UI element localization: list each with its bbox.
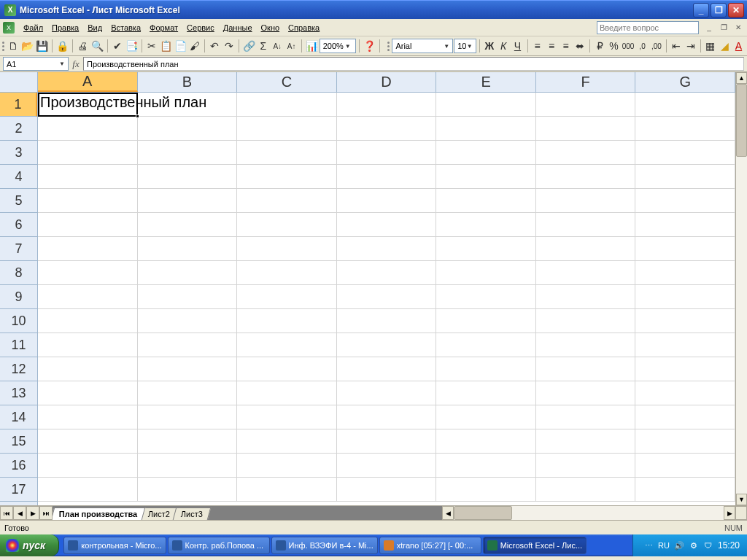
- cell[interactable]: [38, 237, 138, 261]
- italic-button[interactable]: К: [497, 38, 510, 54]
- cell[interactable]: [536, 141, 636, 165]
- spelling-button[interactable]: ✔: [110, 38, 123, 54]
- tray-icon-2[interactable]: 🔊: [674, 540, 684, 551]
- cell[interactable]: [237, 165, 337, 189]
- cell[interactable]: [237, 117, 337, 141]
- cell[interactable]: [237, 189, 337, 213]
- cell[interactable]: [635, 117, 735, 141]
- toolbar-grip-2[interactable]: [387, 38, 390, 54]
- fill-handle[interactable]: [136, 114, 139, 118]
- cell[interactable]: [635, 237, 735, 261]
- cell[interactable]: [38, 381, 138, 405]
- cell[interactable]: [38, 309, 138, 333]
- cell[interactable]: [536, 333, 636, 357]
- cell[interactable]: [635, 285, 735, 309]
- permissions-button[interactable]: 🔒: [55, 38, 69, 54]
- percent-button[interactable]: %: [607, 38, 620, 54]
- font-color-button[interactable]: A: [732, 38, 745, 54]
- cell[interactable]: [38, 357, 138, 381]
- cell[interactable]: [337, 478, 437, 502]
- cell[interactable]: [237, 237, 337, 261]
- cell[interactable]: [635, 165, 735, 189]
- open-button[interactable]: 📂: [20, 38, 34, 54]
- cell[interactable]: [337, 309, 437, 333]
- cell[interactable]: [138, 454, 238, 478]
- row-header-10[interactable]: 10: [0, 309, 37, 333]
- cell[interactable]: [337, 93, 437, 117]
- vscroll-thumb[interactable]: [736, 84, 747, 157]
- row-header-14[interactable]: 14: [0, 405, 37, 429]
- cell[interactable]: [138, 189, 238, 213]
- scroll-left-button[interactable]: ◀: [442, 506, 454, 520]
- help-button[interactable]: ❓: [363, 38, 376, 54]
- cell[interactable]: [436, 213, 536, 237]
- cell[interactable]: [436, 189, 536, 213]
- save-button[interactable]: 💾: [35, 38, 49, 54]
- bold-button[interactable]: Ж: [483, 38, 496, 54]
- cell[interactable]: [536, 381, 636, 405]
- row-header-8[interactable]: 8: [0, 261, 37, 285]
- cell[interactable]: [237, 93, 337, 117]
- cell[interactable]: [635, 213, 735, 237]
- cell[interactable]: [436, 429, 536, 454]
- cell[interactable]: [337, 261, 437, 285]
- cell[interactable]: [138, 261, 238, 285]
- col-header-D[interactable]: D: [337, 72, 437, 92]
- row-header-11[interactable]: 11: [0, 333, 37, 357]
- col-header-E[interactable]: E: [436, 72, 536, 92]
- formula-input[interactable]: Производственный план: [83, 57, 744, 71]
- cell[interactable]: [38, 213, 138, 237]
- cell[interactable]: [38, 141, 138, 165]
- cell[interactable]: [237, 454, 337, 478]
- vertical-scrollbar[interactable]: ▲ ▼: [735, 72, 747, 505]
- cell[interactable]: [536, 309, 636, 333]
- cell[interactable]: [635, 309, 735, 333]
- select-all-corner[interactable]: [0, 72, 38, 93]
- ask-question-input[interactable]: [597, 21, 699, 34]
- cell[interactable]: [635, 189, 735, 213]
- fill-color-button[interactable]: ◢: [718, 38, 731, 54]
- cell[interactable]: [38, 478, 138, 502]
- cell[interactable]: [337, 213, 437, 237]
- cell[interactable]: [635, 429, 735, 454]
- cell[interactable]: [436, 237, 536, 261]
- cell[interactable]: [337, 165, 437, 189]
- cell[interactable]: [436, 261, 536, 285]
- cell[interactable]: [237, 357, 337, 381]
- cell[interactable]: [436, 93, 536, 117]
- sheet-tab-0[interactable]: План производства: [53, 508, 146, 520]
- cell[interactable]: [38, 117, 138, 141]
- new-button[interactable]: 🗋: [7, 38, 20, 54]
- scroll-down-button[interactable]: ▼: [736, 494, 747, 505]
- cell[interactable]: [436, 333, 536, 357]
- cell[interactable]: [436, 454, 536, 478]
- cell[interactable]: [436, 357, 536, 381]
- redo-button[interactable]: ↷: [222, 38, 236, 54]
- sort-desc-button[interactable]: A↑: [285, 38, 298, 54]
- copy-button[interactable]: 📋: [159, 38, 173, 54]
- vscroll-track[interactable]: [736, 84, 747, 494]
- tab-nav-prev[interactable]: ◀: [13, 506, 26, 520]
- cell[interactable]: [536, 454, 636, 478]
- language-indicator[interactable]: RU: [658, 541, 670, 550]
- cell[interactable]: [337, 429, 437, 454]
- row-header-13[interactable]: 13: [0, 381, 37, 405]
- taskbar-item-2[interactable]: Инф. ВЗЭФИ в-4 - Mi...: [271, 537, 378, 554]
- toolbar-grip[interactable]: [1, 38, 4, 54]
- taskbar-item-0[interactable]: контрольная - Micro...: [63, 537, 166, 554]
- menu-view[interactable]: Вид: [83, 22, 107, 34]
- col-header-C[interactable]: C: [237, 72, 337, 92]
- tab-nav-next[interactable]: ▶: [26, 506, 39, 520]
- taskbar-item-1[interactable]: Контр. раб.Попова ...: [168, 537, 270, 554]
- chart-button[interactable]: 📊: [305, 38, 319, 54]
- sort-asc-button[interactable]: A↓: [271, 38, 284, 54]
- cell[interactable]: [237, 478, 337, 502]
- zoom-select[interactable]: 200%▼: [320, 39, 356, 53]
- row-header-9[interactable]: 9: [0, 285, 37, 309]
- row-header-6[interactable]: 6: [0, 213, 37, 237]
- cell[interactable]: [337, 405, 437, 429]
- row-header-15[interactable]: 15: [0, 429, 37, 454]
- cell[interactable]: [536, 261, 636, 285]
- cell[interactable]: [635, 93, 735, 117]
- cell[interactable]: [635, 454, 735, 478]
